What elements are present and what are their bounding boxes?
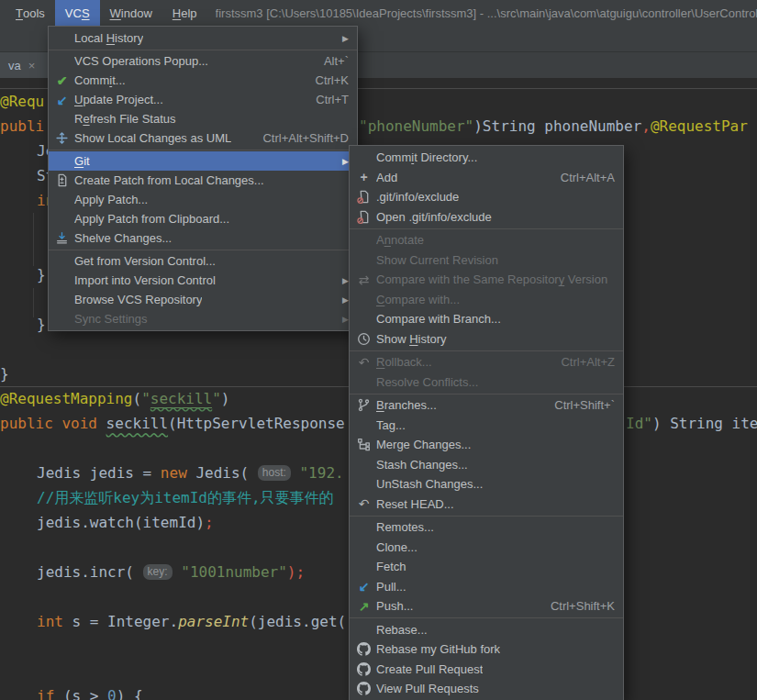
menu-item-clone[interactable]: Clone...	[350, 538, 623, 558]
merge-icon	[355, 438, 373, 452]
menu-item-import-into-version-control[interactable]: Import into Version Control▶	[49, 271, 357, 290]
icon-placeholder	[53, 154, 71, 169]
menu-item-label: Update Project...	[74, 93, 163, 106]
menu-separator	[350, 617, 623, 618]
menu-item-commit-directory[interactable]: Commit Directory...	[350, 148, 623, 168]
menu-item-label: Compare with the Same Repository Version	[376, 272, 607, 286]
code-line: publi	[0, 114, 44, 139]
code-token: Id"	[626, 415, 652, 432]
menu-item-label: .git/info/exclude	[376, 190, 459, 204]
menu-item-compare-with-the-same-repository-version: ⇄Compare with the Same Repository Versio…	[350, 270, 623, 290]
menu-item-label: Browse VCS Repository	[74, 293, 202, 306]
menu-item-label: Show History	[376, 332, 447, 346]
arrow-down-left-icon: ↙	[53, 93, 71, 107]
code-line: public void seckill(HttpServletResponse	[0, 411, 345, 436]
menu-item-add[interactable]: +AddCtrl+Alt+A	[350, 168, 623, 188]
menu-item-pull[interactable]: ↙Pull...	[350, 577, 623, 597]
code-token: public	[0, 415, 53, 432]
menu-item-rebase-my-github-fork[interactable]: Rebase my GitHub fork	[350, 639, 623, 660]
menu-item-show-local-changes-as-uml[interactable]: Show Local Changes as UMLCtrl+Alt+Shift+…	[49, 128, 357, 148]
code-token: void	[61, 415, 97, 432]
menu-item-refresh-file-status[interactable]: Refresh File Status	[49, 109, 357, 128]
file-exclude-icon	[355, 209, 373, 224]
menu-item-label: Sync Settings	[74, 312, 148, 326]
menu-item-stash-changes[interactable]: Stash Changes...	[350, 455, 623, 475]
menu-item-label: Push...	[376, 599, 413, 613]
menu-item-tag[interactable]: Tag...	[350, 416, 623, 436]
menu-shortcut: Ctrl+K	[301, 73, 349, 87]
code-token: ) String ite	[652, 415, 757, 432]
code-token: "	[141, 390, 150, 407]
menu-item-git-info-exclude[interactable]: .git/info/exclude	[350, 187, 623, 207]
code-token: new	[161, 464, 187, 482]
menu-item-push[interactable]: ↗Push...Ctrl+Shift+K	[350, 596, 623, 617]
github-icon	[355, 642, 373, 657]
menu-item-shelve-changes[interactable]: Shelve Changes...	[49, 228, 357, 248]
code-token: Jedis jedis =	[37, 464, 161, 482]
menu-item-reset-head[interactable]: ↶Reset HEAD...	[350, 494, 623, 515]
indent-guide	[33, 288, 34, 317]
menu-item-update-project[interactable]: ↙Update Project...Ctrl+T	[49, 90, 357, 109]
menu-item-branches[interactable]: Branches...Ctrl+Shift+`	[350, 395, 623, 416]
menubar-item-window[interactable]: Window	[100, 0, 162, 26]
menu-item-label: Merge Changes...	[376, 438, 471, 451]
menu-item-commit[interactable]: ✔Commit...Ctrl+K	[49, 71, 357, 90]
code-token: "	[212, 390, 221, 407]
menu-item-local-history[interactable]: Local History▶	[49, 28, 357, 48]
menu-item-create-pull-request[interactable]: Create Pull Request	[350, 660, 623, 680]
menu-item-show-current-revision: Show Current Revision	[350, 250, 623, 271]
menubar-item-vcs[interactable]: VCS	[55, 0, 100, 26]
icon-placeholder	[53, 273, 71, 288]
menubar-item-help[interactable]: Help	[162, 0, 207, 26]
code-token: host:	[258, 465, 291, 481]
menu-item-apply-patch-from-clipboard[interactable]: Apply Patch from Clipboard...	[49, 209, 357, 228]
menu-item-unstash-changes[interactable]: UnStash Changes...	[350, 474, 623, 494]
menu-shortcut: Ctrl+Shift+K	[536, 599, 615, 613]
menu-item-label: Apply Patch...	[74, 193, 148, 206]
patch-icon	[53, 173, 71, 188]
check-icon: ✔	[53, 73, 71, 88]
menu-item-label: Add	[376, 171, 397, 184]
menu-item-label: Reset HEAD...	[376, 497, 454, 511]
code-line: int s = Integer.parseInt(jedis.get(	[37, 609, 346, 634]
menu-item-view-pull-requests[interactable]: View Pull Requests	[350, 679, 623, 699]
menu-item-vcs-operations-popup[interactable]: VCS Operations Popup...Alt+`	[49, 51, 357, 71]
editor-tab-java-file[interactable]: va ×	[0, 52, 52, 78]
uml-icon	[53, 131, 71, 146]
menu-item-get-from-version-control[interactable]: Get from Version Control...	[49, 251, 357, 271]
undo-icon: ↶	[355, 496, 373, 511]
menu-item-label: Get from Version Control...	[74, 254, 216, 268]
icon-placeholder	[53, 293, 71, 307]
menubar-item-tools[interactable]: Tools	[6, 0, 55, 26]
code-token: Jedis(	[187, 464, 258, 482]
menu-item-label: Rollback...	[376, 355, 432, 369]
menu-item-label: Show Current Revision	[376, 253, 498, 267]
menu-item-fetch[interactable]: Fetch	[350, 557, 623, 577]
menu-item-open-git-info-exclude[interactable]: Open .git/info/exclude	[350, 207, 623, 228]
menu-item-label: Pull...	[376, 580, 406, 594]
menu-item-git[interactable]: Git▶	[49, 151, 357, 171]
icon-placeholder	[53, 54, 71, 69]
icon-placeholder	[355, 292, 373, 306]
menu-item-remotes[interactable]: Remotes...	[350, 517, 623, 538]
code-token: ,	[641, 117, 651, 135]
menu-item-browse-vcs-repository[interactable]: Browse VCS Repository▶	[49, 290, 357, 309]
menu-item-create-patch-from-local-changes[interactable]: Create Patch from Local Changes...	[49, 171, 357, 190]
menu-item-compare-with: Compare with...	[350, 290, 623, 310]
window-title: firstssm3 [C:\Users\10185\IdeaProjects\f…	[216, 0, 757, 26]
menu-item-apply-patch[interactable]: Apply Patch...	[49, 190, 357, 209]
menu-item-compare-with-branch[interactable]: Compare with Branch...	[350, 309, 623, 329]
github-icon	[355, 682, 373, 696]
github-icon	[355, 661, 373, 676]
tab-close-icon[interactable]: ×	[28, 60, 36, 72]
menu-item-label: Resolve Conflicts...	[376, 375, 478, 389]
menu-item-label: View Pull Requests	[376, 682, 479, 695]
menu-item-merge-changes[interactable]: Merge Changes...	[350, 435, 623, 455]
file-exclude-icon	[355, 190, 373, 205]
menu-item-label: Stash Changes...	[376, 458, 468, 472]
menu-item-show-history[interactable]: Show History	[350, 329, 623, 350]
menu-shortcut: Ctrl+Alt+Z	[546, 355, 615, 369]
menu-item-rebase[interactable]: Rebase...	[350, 620, 623, 640]
code-token	[97, 415, 106, 432]
submenu-arrow-icon: ▶	[328, 276, 349, 285]
